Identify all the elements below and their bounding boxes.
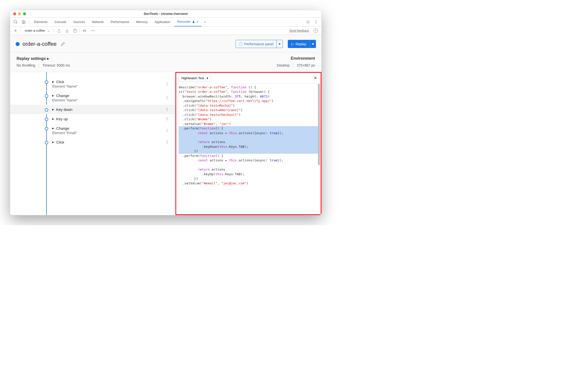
svg-point-16 — [167, 117, 167, 118]
svg-point-12 — [167, 98, 167, 99]
tab-network[interactable]: Network — [89, 18, 107, 26]
replay-settings-section: Replay settings ▸ Environment No throttl… — [10, 53, 321, 72]
chevron-right-icon: ▸ — [52, 93, 54, 98]
step-row[interactable]: ▸ Key up — [10, 114, 175, 124]
kebab-menu-icon[interactable] — [312, 18, 319, 25]
svg-point-4 — [316, 20, 316, 21]
devtools-tabs: Elements Console Sources Network Perform… — [10, 18, 321, 26]
close-tab-icon[interactable]: × — [197, 20, 199, 24]
recording-title: order-a-coffee — [22, 41, 57, 47]
step-dot — [45, 141, 48, 144]
svg-rect-1 — [22, 20, 24, 23]
step-kebab-icon[interactable] — [165, 117, 169, 121]
svg-point-18 — [167, 120, 167, 120]
close-code-pane-icon[interactable]: × — [312, 76, 318, 81]
throttling-value: No throttling — [17, 63, 35, 67]
svg-point-23 — [167, 142, 167, 142]
step-kebab-icon[interactable] — [165, 128, 169, 132]
steps-pane: ▸ Click Element "Name" ▸ Change Element … — [10, 72, 175, 215]
window-title: DevTools - chrome://version/ — [10, 12, 321, 16]
add-recording-button[interactable] — [13, 28, 18, 34]
svg-point-13 — [167, 108, 167, 108]
export-format-select[interactable]: Nightwatch Test ▾ — [179, 75, 211, 81]
code-scrollbar[interactable] — [318, 84, 320, 173]
step-kebab-icon[interactable] — [165, 107, 169, 111]
import-icon[interactable] — [64, 28, 70, 34]
step-dot — [45, 118, 48, 121]
step-kebab-icon[interactable] — [165, 140, 169, 144]
help-icon[interactable]: ? — [313, 28, 318, 33]
step-kebab-icon[interactable] — [165, 82, 169, 86]
titlebar: DevTools - chrome://version/ — [10, 10, 321, 18]
step-dot — [45, 80, 48, 84]
chevron-right-icon: ▸ — [52, 79, 54, 84]
export-icon[interactable] — [56, 28, 62, 34]
replay-button[interactable]: ▷ Replay — [288, 40, 310, 48]
svg-point-11 — [167, 97, 167, 98]
viewport-value: 375×667 px — [297, 63, 315, 67]
replay-split[interactable]: ▾ — [310, 40, 316, 48]
svg-point-9 — [167, 85, 167, 85]
maximize-window-button[interactable] — [23, 12, 26, 15]
settings-icon[interactable] — [305, 18, 311, 25]
performance-panel-button[interactable]: Performance panel — [235, 40, 277, 48]
tab-recorder[interactable]: Recorder × — [174, 18, 201, 26]
device-toggle-icon[interactable] — [20, 18, 27, 25]
svg-point-21 — [167, 131, 167, 132]
svg-point-17 — [167, 119, 167, 119]
svg-point-8 — [167, 84, 167, 84]
send-feedback-link[interactable]: Send feedback — [289, 29, 309, 32]
step-row[interactable]: ▸ Click Element "Name" — [10, 77, 175, 91]
step-title: Key down — [56, 107, 72, 112]
delete-icon[interactable] — [72, 28, 78, 34]
recording-status-dot — [16, 42, 19, 46]
svg-rect-2 — [23, 21, 25, 24]
play-icon: ▷ — [291, 42, 294, 46]
svg-point-5 — [316, 21, 316, 22]
tab-memory[interactable]: Memory — [133, 18, 151, 26]
minimize-window-button[interactable] — [18, 12, 21, 15]
step-over-icon[interactable] — [82, 28, 88, 34]
close-window-button[interactable] — [13, 12, 16, 15]
code-body[interactable]: describe("order-a-coffee", function () {… — [176, 84, 321, 214]
inspect-icon[interactable] — [12, 18, 19, 25]
chevron-right-icon: ▸ — [52, 126, 54, 130]
chevron-right-icon: ▸ — [52, 140, 54, 144]
step-row[interactable]: ▸ Key down — [10, 105, 175, 114]
tab-performance[interactable]: Performance — [108, 18, 132, 26]
replay-settings-toggle[interactable]: Replay settings ▸ — [17, 56, 49, 61]
chevron-down-icon: ⌄ — [47, 29, 50, 32]
chevron-right-icon: ▸ — [52, 117, 54, 121]
svg-point-24 — [167, 143, 167, 143]
gauge-icon — [239, 42, 243, 46]
step-title: Change — [56, 126, 69, 130]
step-dot — [45, 108, 48, 112]
tab-console[interactable]: Console — [52, 18, 69, 26]
svg-point-7 — [167, 82, 167, 83]
tab-elements[interactable]: Elements — [31, 18, 51, 26]
timeout-value: Timeout: 5000 ms — [42, 63, 70, 67]
step-title: Click — [56, 140, 64, 144]
step-into-icon[interactable] — [90, 28, 96, 34]
environment-label: Environment — [291, 56, 315, 61]
tab-application[interactable]: Application — [152, 18, 173, 26]
step-row[interactable]: ▸ Change Element "Name" — [10, 91, 175, 105]
step-row[interactable]: ▸ Change Element "Email" — [10, 124, 175, 137]
traffic-lights — [13, 12, 26, 15]
step-title: Key up — [56, 117, 68, 121]
edit-title-icon[interactable] — [61, 42, 65, 46]
recording-selector[interactable]: order-a-coffee ⌄ — [23, 29, 52, 32]
performance-panel-split[interactable]: ▾ — [277, 40, 283, 48]
code-export-pane: Nightwatch Test ▾ × describe("order-a-co… — [175, 72, 321, 215]
step-title: Click — [56, 80, 64, 84]
svg-point-15 — [167, 110, 167, 111]
recorder-toolbar: order-a-coffee ⌄ Send feedback ? — [10, 26, 321, 35]
svg-point-22 — [167, 141, 167, 141]
flask-icon — [192, 20, 195, 23]
step-kebab-icon[interactable] — [165, 96, 169, 100]
recording-header: order-a-coffee Performance panel ▾ ▷ Rep… — [10, 35, 321, 53]
step-subtitle: Element "Email" — [52, 131, 165, 135]
more-tabs-icon[interactable]: » — [202, 20, 207, 24]
tab-sources[interactable]: Sources — [70, 18, 88, 26]
step-row[interactable]: ▸ Click — [10, 137, 175, 147]
